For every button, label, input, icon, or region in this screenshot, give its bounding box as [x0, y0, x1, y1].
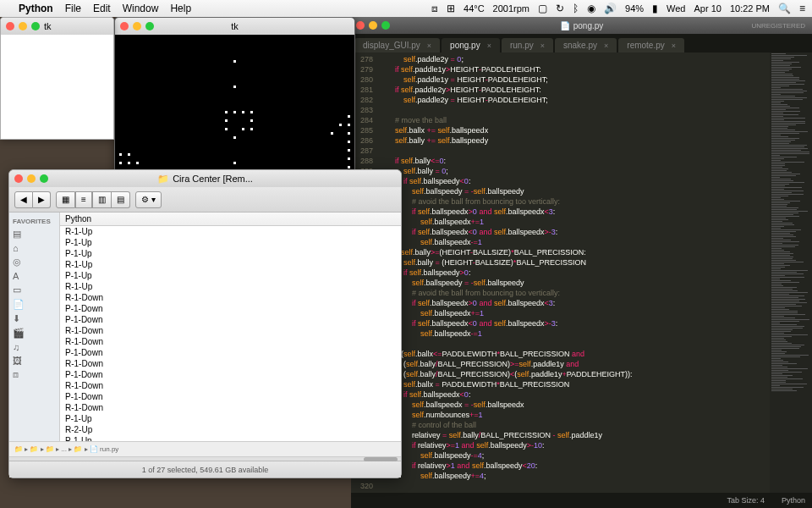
tk-window-small[interactable]: tk [0, 17, 114, 140]
sidebar-music-icon[interactable]: ♫ [9, 340, 59, 354]
list-item[interactable]: R-1-Down [60, 336, 401, 347]
list-item[interactable]: P-1-Up [60, 413, 401, 424]
zoom-button[interactable] [381, 21, 390, 30]
tab[interactable]: remote.py× [618, 38, 684, 52]
traffic-lights [120, 22, 154, 30]
tab[interactable]: display_GUI.py× [354, 38, 440, 52]
tk-game-titlebar[interactable]: tk [115, 18, 354, 35]
tab-close-icon[interactable]: × [672, 41, 676, 50]
file-list[interactable]: R-1-UpP-1-UpP-1-UpR-1-UpP-1-UpR-1-UpR-1-… [60, 226, 401, 441]
path-bar[interactable]: 📁 ▸ 📁 ▸ 📁 ▸ ... ▸ 📁 ▸ 📄 run.py [9, 441, 401, 456]
menu-file[interactable]: File [65, 3, 81, 14]
sidebar-home-icon[interactable]: ⌂ [9, 241, 59, 255]
list-item[interactable]: R-1-Up [60, 259, 401, 270]
close-button[interactable] [14, 174, 23, 183]
notifications-icon[interactable]: ≡ [799, 3, 805, 14]
bluetooth-icon[interactable]: ᛒ [573, 3, 579, 14]
sublime-titlebar[interactable]: 📄 pong.py UNREGISTERED [351, 17, 812, 34]
column-name-label: Python [65, 214, 91, 224]
list-item[interactable]: P-1-Down [60, 369, 401, 380]
dropbox-icon[interactable]: ⧈ [431, 3, 438, 14]
finder-window[interactable]: 📁 Cira Center [Rem... ◀ ▶ ▦ ≡ ▥ ▤ ⚙ ▾ FA… [8, 169, 402, 478]
unregistered-label: UNREGISTERED [751, 22, 805, 30]
sidebar-dropbox-icon[interactable]: ⧈ [9, 367, 59, 382]
close-button[interactable] [356, 21, 365, 30]
list-item[interactable]: P-1-Down [60, 314, 401, 325]
minimize-button[interactable] [27, 174, 36, 183]
list-item[interactable]: P-1-Down [60, 347, 401, 358]
horizontal-scrollbar[interactable] [9, 456, 401, 461]
menu-edit[interactable]: Edit [93, 3, 111, 14]
zoom-button[interactable] [31, 22, 40, 30]
tab[interactable]: pong.py× [442, 38, 500, 52]
list-item[interactable]: P-1-Down [60, 391, 401, 402]
list-item[interactable]: R-1-Down [60, 325, 401, 336]
finder-sidebar[interactable]: FAVORITES ▤ ⌂ ◎ A ▭ 📄 ⬇ 🎬 ♫ 🖼 ⧈ [9, 213, 60, 441]
list-item[interactable]: R-1-Up [60, 226, 401, 237]
view-column-button[interactable]: ▥ [92, 191, 112, 208]
list-item[interactable]: R-1-Down [60, 402, 401, 413]
tab-bar[interactable]: display_GUI.py×pong.py×run.py×snake.py×r… [351, 34, 812, 52]
sidebar-applications-icon[interactable]: A [9, 269, 59, 283]
zoom-button[interactable] [40, 174, 48, 183]
list-item[interactable]: R-1-Down [60, 292, 401, 303]
close-button[interactable] [6, 22, 14, 30]
clock-day[interactable]: Wed [667, 3, 685, 14]
minimize-button[interactable] [19, 22, 27, 30]
menu-help[interactable]: Help [170, 3, 191, 14]
tab[interactable]: snake.py× [555, 38, 617, 52]
wifi-icon[interactable]: ◉ [587, 3, 595, 14]
folder-icon: 📁 [157, 174, 169, 185]
language-label[interactable]: Python [782, 496, 805, 505]
display-icon[interactable]: ▢ [538, 3, 547, 14]
sidebar-desktop-icon[interactable]: ▭ [9, 283, 59, 297]
finder-toolbar: ◀ ▶ ▦ ≡ ▥ ▤ ⚙ ▾ [9, 187, 401, 213]
clock-time: 10:22 PM [730, 3, 770, 14]
minimize-button[interactable] [369, 21, 377, 30]
zoom-button[interactable] [145, 22, 154, 30]
volume-icon[interactable]: 🔊 [604, 3, 617, 14]
sidebar-documents-icon[interactable]: 📄 [9, 297, 59, 312]
tab-close-icon[interactable]: × [604, 41, 608, 50]
list-item[interactable]: R-1-Down [60, 380, 401, 391]
back-button[interactable]: ◀ [14, 191, 33, 208]
list-item[interactable]: P-1-Up [60, 237, 401, 248]
notification-icon[interactable]: ⊞ [447, 3, 455, 14]
list-item[interactable]: P-1-Down [60, 303, 401, 314]
minimize-button[interactable] [133, 22, 141, 30]
list-item[interactable]: R-2-Up [60, 424, 401, 435]
list-item[interactable]: R-1-Up [60, 281, 401, 292]
sidebar-pictures-icon[interactable]: 🖼 [9, 354, 59, 367]
close-button[interactable] [120, 22, 129, 30]
list-item[interactable]: P-1-Up [60, 270, 401, 281]
spotlight-icon[interactable]: 🔍 [778, 3, 791, 14]
view-icon-button[interactable]: ▦ [56, 191, 75, 208]
battery-indicator[interactable]: 94% [625, 3, 644, 14]
sidebar-airdrop-icon[interactable]: ◎ [9, 255, 59, 269]
tab-close-icon[interactable]: × [540, 41, 545, 50]
tab-close-icon[interactable]: × [487, 41, 491, 50]
tk-small-titlebar[interactable]: tk [1, 18, 113, 35]
document-icon: 📄 [560, 21, 570, 30]
forward-button[interactable]: ▶ [33, 191, 51, 208]
list-item[interactable]: R-1-Down [60, 358, 401, 369]
view-cover-button[interactable]: ▤ [112, 191, 130, 208]
sidebar-downloads-icon[interactable]: ⬇ [9, 312, 59, 326]
minimap[interactable] [770, 52, 812, 493]
sidebar-movies-icon[interactable]: 🎬 [9, 326, 59, 340]
column-header[interactable]: Python [60, 213, 401, 226]
tab-close-icon[interactable]: × [427, 41, 431, 50]
view-list-button[interactable]: ≡ [75, 191, 92, 208]
tab-size-label[interactable]: Tab Size: 4 [727, 496, 765, 505]
sidebar-all-files-icon[interactable]: ▤ [9, 227, 59, 241]
action-button[interactable]: ⚙ ▾ [135, 191, 162, 208]
timemachine-icon[interactable]: ↻ [556, 3, 564, 14]
sublime-window[interactable]: 📄 pong.py UNREGISTERED display_GUI.py×po… [351, 17, 812, 508]
list-item[interactable]: P-1-Up [60, 248, 401, 259]
tab[interactable]: run.py× [502, 38, 553, 52]
code-area[interactable]: self.paddle2y = 0; if self.paddle1y>HEIG… [378, 52, 770, 493]
finder-titlebar[interactable]: 📁 Cira Center [Rem... [9, 170, 401, 187]
list-item[interactable]: P-1-Up [60, 435, 401, 441]
menu-window[interactable]: Window [123, 3, 159, 14]
app-menu[interactable]: Python [19, 3, 53, 14]
